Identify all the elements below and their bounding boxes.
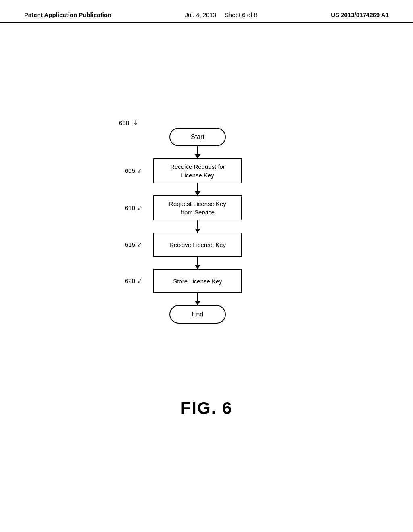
diagram-arrow-indicator: ↘ (131, 117, 141, 127)
arrow-620-to-end (197, 293, 198, 305)
arrow-610-to-615 (197, 220, 198, 233)
step-620-row: 620 ↙ Store License Key (153, 269, 242, 293)
start-node: Start (169, 128, 226, 146)
patent-number-label: US 2013/0174269 A1 (331, 11, 389, 18)
arrow-605-to-610 (197, 183, 198, 195)
end-label: End (192, 311, 203, 318)
start-label: Start (191, 133, 204, 141)
step-610-label: 610 ↙ (125, 204, 142, 212)
figure-caption: FIG. 6 (181, 399, 233, 418)
sheet-label: Sheet 6 of 8 (225, 11, 257, 18)
step-605-row: 605 ↙ Receive Request forLicense Key (153, 158, 242, 183)
arrow-start-to-605 (197, 146, 198, 158)
publication-label: Patent Application Publication (24, 11, 111, 18)
arrow-615-to-620 (197, 257, 198, 269)
step-610-text: Request License Keyfrom Service (169, 200, 226, 216)
diagram-area: 600 ↘ Start 605 ↙ Receive Request forLic… (0, 23, 413, 499)
date-sheet-label: Jul. 4, 2013 Sheet 6 of 8 (185, 11, 257, 18)
step-605-text: Receive Request forLicense Key (170, 162, 225, 179)
page-header: Patent Application Publication Jul. 4, 2… (0, 0, 413, 23)
date-label: Jul. 4, 2013 (185, 11, 217, 18)
diagram-number: 600 ↘ (119, 119, 138, 127)
step-605-label: 605 ↙ (125, 167, 142, 175)
end-node: End (169, 305, 226, 324)
step-620-box: Store License Key (153, 269, 242, 293)
step-615-text: Receive License Key (169, 241, 226, 249)
step-610-row: 610 ↙ Request License Keyfrom Service (153, 195, 242, 220)
step-620-text: Store License Key (173, 277, 222, 285)
step-615-box: Receive License Key (153, 233, 242, 257)
step-620-label: 620 ↙ (125, 277, 142, 285)
step-615-row: 615 ↙ Receive License Key (153, 233, 242, 257)
step-610-box: Request License Keyfrom Service (153, 195, 242, 220)
flowchart: Start 605 ↙ Receive Request forLicense K… (153, 128, 242, 324)
step-615-label: 615 ↙ (125, 241, 142, 248)
step-605-box: Receive Request forLicense Key (153, 158, 242, 183)
